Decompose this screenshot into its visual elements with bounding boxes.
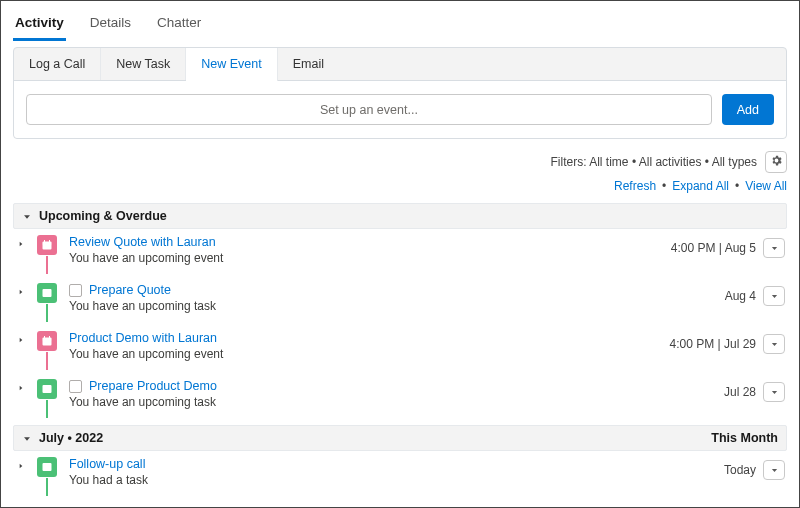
section-upcoming: Upcoming & Overdue Review Quote with Lau…: [13, 203, 787, 421]
expand-item-button[interactable]: [13, 379, 29, 392]
section-july: July • 2022 This Month Follow-up call Yo…: [13, 425, 787, 499]
event-icon: [37, 235, 57, 255]
composer-tabs: Log a Call New Task New Event Email: [14, 48, 786, 81]
task-icon: [37, 379, 57, 399]
item-subtitle: You have an upcoming task: [69, 395, 724, 409]
expand-item-button[interactable]: [13, 283, 29, 296]
item-menu-button[interactable]: [763, 460, 785, 480]
tab-activity[interactable]: Activity: [13, 11, 66, 41]
refresh-link[interactable]: Refresh: [614, 179, 656, 193]
gear-icon: [770, 154, 783, 170]
item-title-link[interactable]: Follow-up call: [69, 457, 145, 471]
task-checkbox[interactable]: [69, 380, 82, 393]
item-title-link[interactable]: Prepare Quote: [89, 283, 171, 297]
timeline-item: Prepare Quote You have an upcoming task …: [13, 277, 787, 325]
expand-item-button[interactable]: [13, 331, 29, 344]
timeline-item: Product Demo with Lauran You have an upc…: [13, 325, 787, 373]
timeline-footer: No more past activities to load.: [13, 499, 787, 508]
item-menu-button[interactable]: [763, 286, 785, 306]
timeline-connector: [46, 352, 48, 370]
activity-composer: Log a Call New Task New Event Email Set …: [13, 47, 787, 139]
section-right-label: This Month: [711, 431, 778, 445]
composer-tab-new-event[interactable]: New Event: [186, 48, 277, 81]
record-tabs: Activity Details Chatter: [13, 11, 787, 41]
item-title-link[interactable]: Product Demo with Lauran: [69, 331, 217, 345]
expand-item-button[interactable]: [13, 235, 29, 248]
item-subtitle: You have an upcoming task: [69, 299, 725, 313]
filters-row: Filters: All time • All activities • All…: [13, 151, 787, 173]
dot-sep: •: [735, 179, 739, 193]
composer-tab-email[interactable]: Email: [278, 48, 339, 80]
task-icon: [37, 457, 57, 477]
item-menu-button[interactable]: [763, 238, 785, 258]
tab-details[interactable]: Details: [88, 11, 133, 40]
add-button[interactable]: Add: [722, 94, 774, 125]
task-icon: [37, 283, 57, 303]
section-title: Upcoming & Overdue: [39, 209, 167, 223]
section-title: July • 2022: [39, 431, 103, 445]
event-icon: [37, 331, 57, 351]
chevron-down-icon: [22, 433, 32, 443]
timeline-connector: [46, 304, 48, 322]
item-date: Today: [724, 463, 756, 477]
item-menu-button[interactable]: [763, 334, 785, 354]
section-header-july[interactable]: July • 2022 This Month: [13, 425, 787, 451]
item-subtitle: You have an upcoming event: [69, 347, 670, 361]
chevron-down-icon: [22, 211, 32, 221]
timeline-connector: [46, 256, 48, 274]
timeline-item: Follow-up call You had a task Today: [13, 451, 787, 499]
expand-all-link[interactable]: Expand All: [672, 179, 729, 193]
item-date: 4:00 PM | Aug 5: [671, 241, 756, 255]
composer-tab-log-call[interactable]: Log a Call: [14, 48, 101, 80]
section-header-upcoming[interactable]: Upcoming & Overdue: [13, 203, 787, 229]
timeline-item: Prepare Product Demo You have an upcomin…: [13, 373, 787, 421]
item-date: Jul 28: [724, 385, 756, 399]
item-menu-button[interactable]: [763, 382, 785, 402]
dot-sep: •: [662, 179, 666, 193]
view-all-link[interactable]: View All: [745, 179, 787, 193]
event-subject-input[interactable]: Set up an event...: [26, 94, 712, 125]
timeline-connector: [46, 478, 48, 496]
item-title-link[interactable]: Review Quote with Lauran: [69, 235, 216, 249]
timeline-connector: [46, 400, 48, 418]
item-subtitle: You had a task: [69, 473, 724, 487]
timeline-links: Refresh • Expand All • View All: [13, 179, 787, 193]
filter-settings-button[interactable]: [765, 151, 787, 173]
filters-text: Filters: All time • All activities • All…: [551, 155, 757, 169]
item-title-link[interactable]: Prepare Product Demo: [89, 379, 217, 393]
timeline-item: Review Quote with Lauran You have an upc…: [13, 229, 787, 277]
composer-tab-new-task[interactable]: New Task: [101, 48, 186, 80]
expand-item-button[interactable]: [13, 457, 29, 470]
item-date: Aug 4: [725, 289, 756, 303]
tab-chatter[interactable]: Chatter: [155, 11, 203, 40]
item-subtitle: You have an upcoming event: [69, 251, 671, 265]
task-checkbox[interactable]: [69, 284, 82, 297]
item-date: 4:00 PM | Jul 29: [670, 337, 757, 351]
